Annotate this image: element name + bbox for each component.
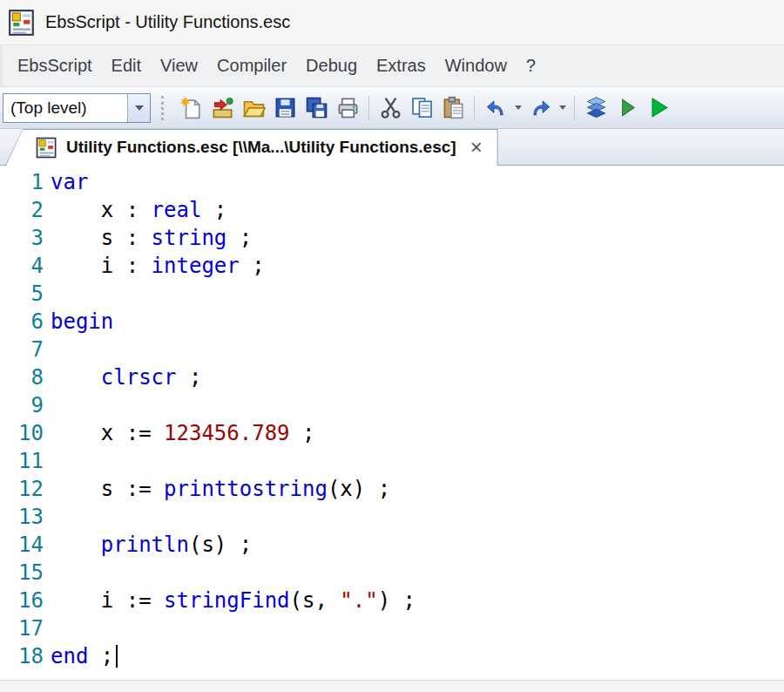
menu-window[interactable]: Window <box>436 51 517 81</box>
line-number: 9 <box>0 391 51 419</box>
code-text: i := stringFind(s, ".") ; <box>51 587 416 614</box>
menu-compiler[interactable]: Compiler <box>207 51 296 81</box>
code-text: s : string ; <box>51 224 252 252</box>
line-number: 6 <box>0 308 51 336</box>
toolbar: (Top level) <box>0 87 784 129</box>
code-line[interactable]: 17 <box>0 614 784 642</box>
menu-view[interactable]: View <box>151 51 207 81</box>
code-text: i : integer ; <box>51 252 265 280</box>
redo-dropdown-arrow[interactable] <box>556 92 569 125</box>
new-file-icon <box>179 96 203 119</box>
scope-dropdown-value: (Top level) <box>3 94 127 122</box>
undo-dropdown-arrow[interactable] <box>511 92 524 125</box>
line-number: 10 <box>0 419 51 447</box>
menu-bar: EbsScript Edit View Compiler Debug Extra… <box>0 45 784 87</box>
code-line[interactable]: 13 <box>0 503 784 531</box>
line-number: 8 <box>0 363 51 391</box>
line-number: 3 <box>0 224 51 252</box>
code-text: var <box>51 168 88 196</box>
line-number: 4 <box>0 252 51 280</box>
menu-debug[interactable]: Debug <box>296 51 367 81</box>
cut-button[interactable] <box>375 92 406 125</box>
cut-icon <box>379 96 402 119</box>
start-button[interactable] <box>643 92 674 125</box>
code-line[interactable]: 7 <box>0 336 784 363</box>
code-line[interactable]: 3 s : string ; <box>0 224 784 252</box>
compile-icon <box>585 96 608 119</box>
open-file-button[interactable] <box>238 92 269 125</box>
code-line[interactable]: 11 <box>0 447 784 475</box>
print-button[interactable] <box>332 92 363 125</box>
scope-dropdown-arrow[interactable] <box>127 94 150 122</box>
compile-button[interactable] <box>580 92 612 125</box>
line-number: 11 <box>0 447 51 475</box>
chevron-down-icon <box>135 105 144 111</box>
code-line[interactable]: 9 <box>0 391 784 419</box>
line-number: 12 <box>0 475 51 503</box>
paste-icon <box>442 96 465 119</box>
code-line[interactable]: 1var <box>0 168 784 196</box>
code-line[interactable]: 16 i := stringFind(s, ".") ; <box>0 587 784 614</box>
code-line[interactable]: 14 println(s) ; <box>0 531 784 559</box>
code-text: x := 123456.789 ; <box>51 419 314 447</box>
redo-icon <box>529 96 552 119</box>
paste-button[interactable] <box>437 92 469 125</box>
window-title: EbsScript - Utility Functions.esc <box>45 12 290 32</box>
undo-button[interactable] <box>480 92 511 125</box>
menu-extras[interactable]: Extras <box>367 51 436 81</box>
line-number: 16 <box>0 587 51 614</box>
scope-dropdown[interactable]: (Top level) <box>3 93 151 123</box>
line-number: 17 <box>0 614 51 642</box>
tab-utility-functions[interactable]: Utility Functions.esc [\\Ma...\Utility F… <box>5 129 498 166</box>
title-bar[interactable]: EbsScript - Utility Functions.esc <box>0 0 784 45</box>
line-number: 14 <box>0 531 51 559</box>
redo-split-button <box>524 92 569 125</box>
line-number: 2 <box>0 196 51 224</box>
line-number: 7 <box>0 336 51 363</box>
app-window: EbsScript - Utility Functions.esc EbsScr… <box>0 0 784 692</box>
new-file-button[interactable] <box>175 92 206 125</box>
open-project-button[interactable] <box>206 92 238 125</box>
code-line[interactable]: 15 <box>0 559 784 587</box>
code-text: end ; <box>51 642 118 670</box>
copy-button[interactable] <box>406 92 437 125</box>
copy-icon <box>410 96 434 119</box>
menu-ebsscript[interactable]: EbsScript <box>8 51 102 81</box>
toolbar-grip[interactable] <box>161 96 166 120</box>
code-text: x : real ; <box>51 196 226 224</box>
code-text: clrscr ; <box>51 363 201 391</box>
code-line[interactable]: 10 x := 123456.789 ; <box>0 419 784 447</box>
save-all-icon <box>305 96 328 119</box>
horizontal-scrollbar[interactable] <box>0 680 784 692</box>
code-line[interactable]: 5 <box>0 280 784 308</box>
redo-button[interactable] <box>524 92 556 125</box>
code-text: println(s) ; <box>51 531 252 559</box>
open-project-icon <box>211 96 234 119</box>
line-number: 13 <box>0 503 51 531</box>
code-editor[interactable]: 1var2 x : real ;3 s : string ;4 i : inte… <box>0 166 784 680</box>
tab-close-icon[interactable]: × <box>470 137 483 158</box>
line-number: 1 <box>0 168 51 196</box>
save-button[interactable] <box>269 92 301 125</box>
text-caret <box>116 645 118 668</box>
run-button[interactable] <box>612 92 643 125</box>
toolbar-separator <box>574 96 575 120</box>
script-file-icon <box>35 136 58 159</box>
code-line[interactable]: 6begin <box>0 308 784 336</box>
chevron-down-icon <box>559 105 566 110</box>
code-line[interactable]: 12 s := printtostring(x) ; <box>0 475 784 503</box>
toolbar-separator <box>368 96 369 120</box>
code-line[interactable]: 8 clrscr ; <box>0 363 784 391</box>
menu-help[interactable]: ? <box>517 51 545 81</box>
code-lines: 1var2 x : real ;3 s : string ;4 i : inte… <box>0 168 784 670</box>
code-text: begin <box>51 308 113 336</box>
save-all-button[interactable] <box>301 92 332 125</box>
code-line[interactable]: 4 i : integer ; <box>0 252 784 280</box>
menu-edit[interactable]: Edit <box>102 51 151 81</box>
tab-title: Utility Functions.esc [\\Ma...\Utility F… <box>66 138 456 157</box>
save-icon <box>274 96 297 119</box>
open-folder-icon <box>242 96 266 119</box>
code-line[interactable]: 18end ; <box>0 642 784 670</box>
code-line[interactable]: 2 x : real ; <box>0 196 784 224</box>
tab-bar: Utility Functions.esc [\\Ma...\Utility F… <box>0 129 784 166</box>
